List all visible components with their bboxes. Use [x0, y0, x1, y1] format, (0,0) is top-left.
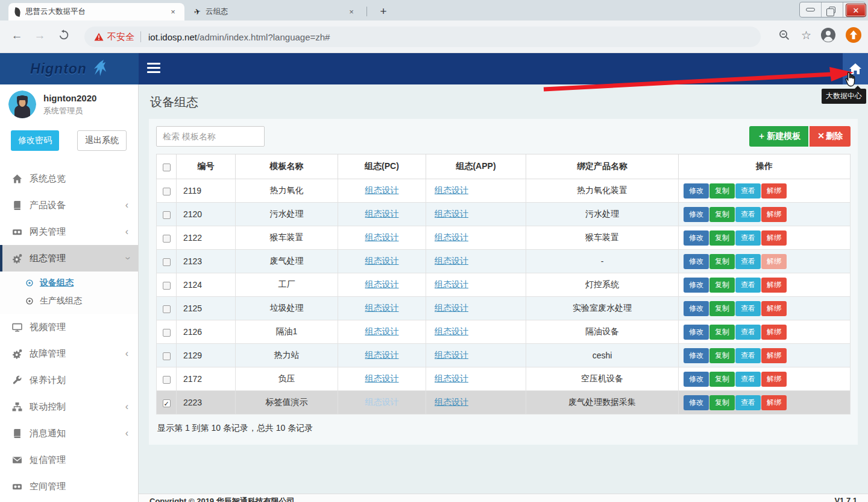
pc-design-link[interactable]: 组态设计	[365, 209, 399, 218]
view-button[interactable]: 查看	[735, 230, 761, 246]
pc-design-link[interactable]: 组态设计	[365, 279, 399, 289]
unbind-button[interactable]: 解绑	[761, 230, 787, 246]
view-button[interactable]: 查看	[735, 372, 761, 387]
sidebar-menu-item[interactable]: 联动控制‹	[0, 393, 138, 420]
new-template-button[interactable]: ＋新建模板	[749, 126, 808, 147]
modify-button[interactable]: 修改	[684, 301, 709, 316]
copy-button[interactable]: 复制	[709, 230, 735, 246]
hamburger-menu-icon[interactable]	[147, 63, 160, 75]
view-button[interactable]: 查看	[735, 395, 761, 410]
datacenter-home-button[interactable]	[843, 53, 868, 84]
back-button[interactable]: ←	[8, 29, 25, 42]
row-checkbox[interactable]	[163, 376, 171, 384]
delete-button[interactable]: ✕删除	[810, 126, 851, 147]
modify-button[interactable]: 修改	[684, 348, 709, 363]
browser-update-icon[interactable]	[845, 27, 862, 43]
sidebar-submenu-item[interactable]: 设备组态	[0, 274, 138, 292]
row-checkbox[interactable]	[163, 188, 171, 195]
bookmark-star-icon[interactable]: ☆	[801, 28, 811, 42]
copy-button[interactable]: 复制	[709, 325, 735, 340]
app-design-link[interactable]: 组态设计	[435, 185, 468, 195]
copy-button[interactable]: 复制	[709, 301, 735, 316]
sidebar-menu-item[interactable]: 保养计划	[0, 367, 138, 393]
sidebar-menu-item[interactable]: 网关管理‹	[0, 218, 138, 245]
view-button[interactable]: 查看	[735, 183, 761, 199]
sidebar-menu-item[interactable]: 组态管理‹	[0, 245, 138, 272]
unbind-button[interactable]: 解绑	[761, 372, 787, 387]
row-checkbox[interactable]	[163, 329, 171, 337]
pc-design-link[interactable]: 组态设计	[365, 397, 399, 407]
change-password-button[interactable]: 修改密码	[11, 130, 59, 151]
app-design-link[interactable]: 组态设计	[435, 279, 468, 289]
zoom-icon[interactable]	[776, 27, 793, 43]
sidebar-menu-item[interactable]: 短信管理	[0, 446, 138, 473]
view-button[interactable]: 查看	[735, 325, 761, 340]
row-checkbox[interactable]	[163, 282, 171, 290]
tab-close-icon[interactable]: ×	[346, 7, 357, 17]
modify-button[interactable]: 修改	[684, 325, 709, 340]
modify-button[interactable]: 修改	[684, 278, 709, 293]
view-button[interactable]: 查看	[735, 278, 761, 293]
sidebar-menu-item[interactable]: 产品设备‹	[0, 192, 138, 218]
unbind-button[interactable]: 解绑	[761, 325, 787, 340]
sidebar-menu-item[interactable]: 视频管理	[0, 314, 138, 340]
restore-button[interactable]	[822, 2, 843, 17]
sidebar-menu-item[interactable]: 消息通知‹	[0, 420, 138, 446]
unbind-button[interactable]: 解绑	[761, 183, 787, 199]
tab-inactive[interactable]: ✈ 云组态 ×	[188, 3, 363, 21]
app-design-link[interactable]: 组态设计	[435, 232, 468, 242]
sidebar-menu-item[interactable]: 系统总览	[0, 165, 138, 192]
logout-button[interactable]: 退出系统	[77, 130, 127, 151]
app-design-link[interactable]: 组态设计	[435, 256, 468, 265]
modify-button[interactable]: 修改	[684, 395, 709, 410]
new-tab-button[interactable]: +	[375, 3, 392, 20]
close-highlight-icon[interactable]: ✕	[846, 4, 866, 17]
app-design-link[interactable]: 组态设计	[435, 209, 468, 218]
pc-design-link[interactable]: 组态设计	[365, 256, 399, 265]
pc-design-link[interactable]: 组态设计	[365, 185, 399, 195]
view-button[interactable]: 查看	[735, 348, 761, 363]
row-checkbox[interactable]	[163, 352, 171, 360]
copy-button[interactable]: 复制	[709, 395, 735, 410]
sidebar-menu-item[interactable]: 故障管理‹	[0, 340, 138, 367]
row-checkbox[interactable]	[163, 211, 171, 219]
unbind-button[interactable]: 解绑	[761, 207, 787, 222]
forward-button[interactable]: →	[31, 29, 48, 42]
modify-button[interactable]: 修改	[684, 372, 709, 387]
sidebar-submenu-item[interactable]: 生产线组态	[0, 292, 138, 310]
row-checkbox[interactable]	[163, 235, 171, 243]
pc-design-link[interactable]: 组态设计	[365, 303, 399, 313]
tab-close-icon[interactable]: ×	[168, 7, 178, 17]
select-all-checkbox[interactable]	[163, 164, 171, 171]
unbind-button[interactable]: 解绑	[761, 395, 787, 410]
app-design-link[interactable]: 组态设计	[435, 373, 468, 383]
unbind-button[interactable]: 解绑	[761, 348, 787, 363]
pc-design-link[interactable]: 组态设计	[365, 232, 399, 242]
modify-button[interactable]: 修改	[684, 207, 709, 222]
unbind-button[interactable]: 解绑	[761, 278, 787, 293]
row-checkbox[interactable]: ✓	[163, 399, 171, 407]
tab-active[interactable]: 思普云大数据平台 ×	[8, 3, 184, 21]
unbind-button[interactable]: 解绑	[761, 301, 787, 316]
copy-button[interactable]: 复制	[709, 254, 735, 269]
copy-button[interactable]: 复制	[709, 207, 735, 222]
app-design-link[interactable]: 组态设计	[435, 326, 468, 336]
pc-design-link[interactable]: 组态设计	[365, 373, 399, 383]
sidebar-menu-item[interactable]: 空间管理	[0, 473, 138, 500]
modify-button[interactable]: 修改	[684, 230, 709, 246]
modify-button[interactable]: 修改	[684, 183, 709, 199]
unbind-button[interactable]: 解绑	[761, 254, 787, 269]
reload-button[interactable]	[55, 30, 72, 43]
copy-button[interactable]: 复制	[709, 372, 735, 387]
app-design-link[interactable]: 组态设计	[435, 397, 468, 407]
pc-design-link[interactable]: 组态设计	[365, 326, 399, 336]
copy-button[interactable]: 复制	[709, 278, 735, 293]
app-design-link[interactable]: 组态设计	[435, 303, 468, 313]
row-checkbox[interactable]	[163, 305, 171, 313]
view-button[interactable]: 查看	[735, 254, 761, 269]
row-checkbox[interactable]	[163, 258, 171, 266]
search-input[interactable]	[156, 126, 265, 147]
pc-design-link[interactable]: 组态设计	[365, 350, 399, 360]
copy-button[interactable]: 复制	[709, 348, 735, 363]
modify-button[interactable]: 修改	[684, 254, 709, 269]
